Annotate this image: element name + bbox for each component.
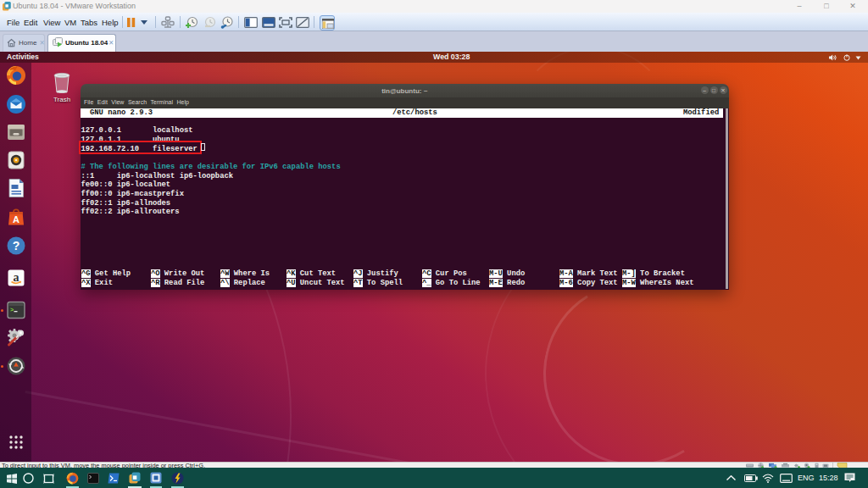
svg-text:a: a <box>14 271 19 284</box>
svg-text:>: > <box>10 307 14 313</box>
svg-text:?: ? <box>13 239 20 252</box>
svg-text:A: A <box>13 214 19 225</box>
